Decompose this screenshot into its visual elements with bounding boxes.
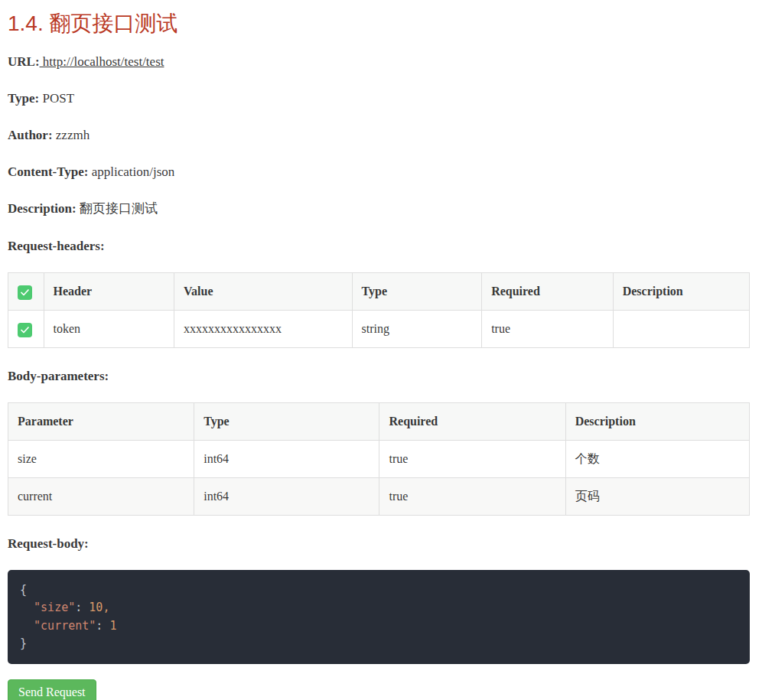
column-header: Type — [352, 272, 482, 310]
type-label: Type: — [8, 91, 39, 106]
request-headers-table: Header Value Type Required Description t… — [8, 272, 750, 348]
header-required-cell: true — [482, 310, 614, 347]
table-row: token xxxxxxxxxxxxxxxx string true — [8, 310, 750, 347]
row-checkbox[interactable] — [18, 323, 32, 337]
json-number: 10 — [89, 601, 103, 614]
select-all-checkbox[interactable] — [18, 285, 32, 300]
author-value: zzzmh — [53, 128, 90, 142]
table-header-row: Parameter Type Required Description — [8, 402, 750, 440]
table-row: current int64 true 页码 — [8, 477, 750, 515]
url-link[interactable]: http://localhost/test/test — [40, 54, 164, 69]
json-key: "size" — [34, 601, 75, 614]
param-type-cell: int64 — [194, 477, 379, 515]
param-type-cell: int64 — [194, 440, 379, 477]
field-author: Author: zzzmh — [8, 125, 750, 145]
request-body-code-block: { "size": 10, "current": 1 } — [8, 570, 750, 664]
body-parameters-table: Parameter Type Required Description size… — [8, 402, 750, 516]
column-header: Description — [565, 402, 749, 440]
body-parameters-heading: Body-parameters: — [8, 366, 750, 386]
type-value: POST — [39, 91, 74, 106]
description-label: Description: — [8, 201, 77, 216]
header-value-cell: xxxxxxxxxxxxxxxx — [174, 310, 353, 347]
column-header: Required — [482, 272, 614, 310]
param-required-cell: true — [379, 440, 565, 477]
code-line: "size": 10, — [20, 599, 738, 617]
column-header: Required — [379, 402, 565, 440]
code-line: } — [20, 635, 738, 653]
request-headers-heading: Request-headers: — [8, 236, 750, 256]
select-all-cell — [8, 272, 44, 310]
page-title: 1.4. 翻页接口测试 — [8, 11, 750, 37]
column-header: Header — [44, 272, 174, 310]
field-url: URL: http://localhost/test/test — [8, 51, 750, 72]
send-request-button[interactable]: Send Request — [8, 679, 96, 700]
code-line: "current": 1 — [20, 617, 738, 635]
api-doc-page: 1.4. 翻页接口测试 URL: http://localhost/test/t… — [0, 0, 762, 700]
field-type: Type: POST — [8, 88, 750, 109]
check-icon — [20, 326, 30, 334]
param-description-cell: 个数 — [565, 440, 749, 477]
header-description-cell — [613, 310, 749, 347]
author-label: Author: — [8, 128, 53, 142]
column-header: Parameter — [8, 402, 194, 440]
column-header: Value — [174, 272, 353, 310]
code-line: { — [20, 581, 738, 599]
param-name-cell: size — [8, 440, 194, 477]
param-required-cell: true — [379, 477, 565, 515]
param-name-cell: current — [8, 477, 194, 515]
header-name-cell: token — [44, 310, 174, 347]
param-description-cell: 页码 — [565, 477, 749, 515]
content-type-value: application/json — [88, 164, 174, 179]
json-number: 1 — [109, 619, 116, 633]
header-type-cell: string — [352, 310, 482, 347]
content-type-label: Content-Type: — [8, 164, 88, 179]
url-label: URL: — [8, 54, 40, 69]
column-header: Type — [194, 402, 379, 440]
column-header: Description — [613, 272, 749, 310]
json-key: "current" — [34, 619, 96, 633]
request-body-heading: Request-body: — [8, 533, 750, 554]
field-content-type: Content-Type: application/json — [8, 161, 750, 182]
description-value: 翻页接口测试 — [77, 201, 158, 216]
table-row: size int64 true 个数 — [8, 440, 750, 477]
row-checkbox-cell — [8, 310, 44, 347]
table-header-row: Header Value Type Required Description — [8, 272, 750, 310]
field-description: Description: 翻页接口测试 — [8, 198, 750, 219]
check-icon — [20, 288, 30, 297]
